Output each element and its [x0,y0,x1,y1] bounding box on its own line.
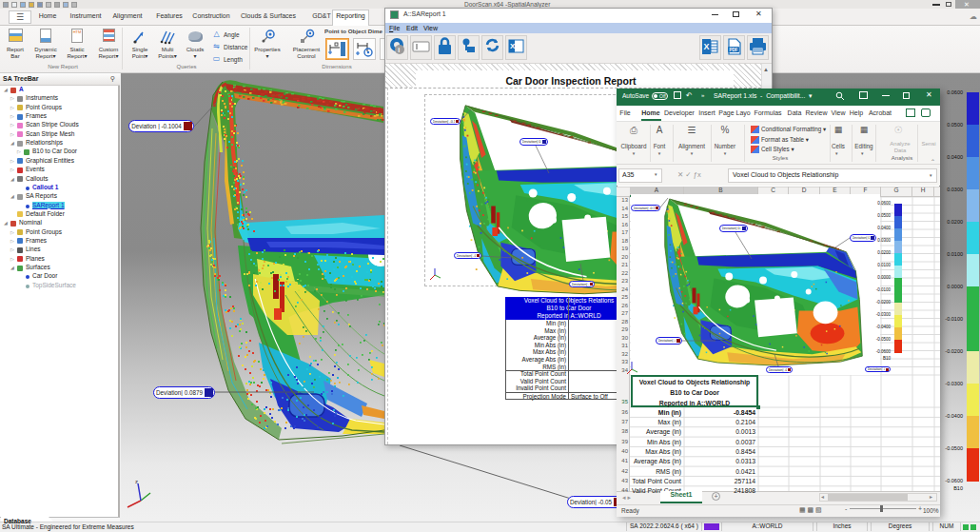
svg-text:PDF: PDF [730,48,738,52]
svg-text:i: i [398,47,400,53]
svg-text:X: X [704,42,710,51]
svg-text:X: X [510,42,516,50]
svg-text:z: z [135,479,138,484]
